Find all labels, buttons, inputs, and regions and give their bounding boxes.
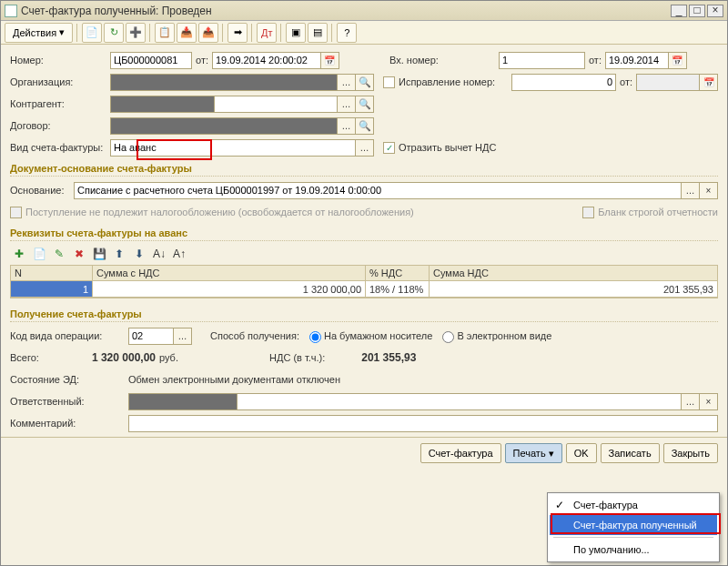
move-down-icon[interactable]: ⬇ [130,245,148,263]
incoming-from-label: от: [589,55,602,66]
tool-go-icon[interactable]: ➡ [228,23,248,43]
responsible-clear-button[interactable]: × [700,393,718,410]
total-currency: руб. [159,352,178,363]
actions-dropdown[interactable]: Действия ▾ [5,23,73,43]
cell-vat[interactable]: 201 355,93 [430,281,718,298]
delete-row-icon[interactable]: ✖ [70,245,88,263]
type-select-button[interactable]: … [356,139,374,157]
check-icon: ✓ [555,499,564,511]
correction-from-label: от: [620,76,632,87]
menu-item-invoice[interactable]: ✓ Счет-фактура [550,495,717,515]
tool-new-icon[interactable]: ➕ [126,23,146,43]
org-input[interactable] [110,74,338,91]
total-value: 1 320 000,00 [65,351,156,364]
maximize-button[interactable]: □ [689,5,705,17]
row-type: Вид счета-фактуры: … ✓ Отразить вычет НД… [10,137,718,157]
print-button[interactable]: Печать ▾ [505,443,562,463]
edit-row-icon[interactable]: ✎ [50,245,68,263]
table-row[interactable]: 1 1 320 000,00 18% / 118% 201 355,93 [11,281,718,298]
col-rate[interactable]: % НДС [366,266,430,281]
incoming-date-input[interactable] [605,52,669,69]
radio-electronic[interactable] [442,331,454,343]
contract-view-icon[interactable]: 🔍 [356,117,374,135]
date-calendar-icon[interactable]: 📅 [321,52,339,69]
col-n[interactable]: N [11,266,93,281]
type-input[interactable] [110,139,356,157]
tool-copy-icon[interactable]: 📄 [82,23,102,43]
cell-sum[interactable]: 1 320 000,00 [93,281,366,298]
menu-item-default[interactable]: По умолчанию... [550,540,717,560]
correction-number-input[interactable] [511,74,616,91]
row-responsible: Ответственный: … × [10,391,718,411]
row-ed-state: Состояние ЭД: Обмен электронными докумен… [10,369,718,389]
contract-select-button[interactable]: … [338,117,356,135]
ok-button[interactable]: OK [566,443,597,463]
opcode-select-button[interactable]: … [174,328,192,345]
incoming-date-calendar-icon[interactable]: 📅 [669,52,687,69]
counterparty-input[interactable] [110,96,215,113]
tool-post2-icon[interactable]: 📥 [177,23,197,43]
tool-struct-icon[interactable]: ▣ [286,23,306,43]
close-button[interactable]: Закрыть [663,443,718,463]
tool-clipboard-icon[interactable]: 📋 [155,23,175,43]
document-icon [5,5,17,17]
comment-input[interactable] [128,415,718,432]
main-window: Счет-фактура полученный: Проведен _ □ × … [0,0,728,566]
basis-clear-button[interactable]: × [700,182,718,199]
sort-desc-icon[interactable]: A↑ [170,245,188,263]
incoming-label: Вх. номер: [389,55,499,66]
row-org: Организация: … 🔍 Исправление номер: от: … [10,72,718,92]
date-input[interactable] [212,52,321,69]
window-title: Счет-фактура полученный: Проведен [21,5,212,17]
opcode-input[interactable] [128,328,174,345]
type-label: Вид счета-фактуры: [10,142,110,153]
from-label: от: [196,55,208,66]
vat-label: НДС (в т.ч.): [269,352,325,363]
basis-input[interactable] [74,182,682,199]
details-section-title: Реквизиты счета-фактуры на аванс [10,227,718,241]
cell-rate[interactable]: 18% / 118% [366,281,430,298]
reflect-vat-checkbox[interactable]: ✓ [383,142,395,154]
copy-row-icon[interactable]: 📄 [30,245,48,263]
counterparty-select-button[interactable]: … [338,96,356,113]
basis-select-button[interactable]: … [682,182,700,199]
row-basis: Основание: … × [10,180,718,200]
number-input[interactable] [110,52,192,69]
tool-report-icon[interactable]: ▤ [308,23,328,43]
contract-input[interactable] [110,117,338,135]
correction-checkbox[interactable] [383,76,395,88]
radio-paper-label: На бумажном носителе [324,330,432,341]
reflect-vat-label: Отразить вычет НДС [399,142,496,153]
close-window-button[interactable]: × [707,5,723,17]
save-button[interactable]: Записать [601,443,660,463]
row-opcode: Код вида операции: … Способ получения: Н… [10,326,718,346]
move-up-icon[interactable]: ⬆ [110,245,128,263]
menu-item-received-invoice[interactable]: Счет-фактура полученный [550,515,717,535]
minimize-button[interactable]: _ [671,5,687,17]
counterparty-view-icon[interactable]: 🔍 [356,96,374,113]
cell-n[interactable]: 1 [11,281,93,298]
help-icon[interactable]: ? [337,23,357,43]
col-sum[interactable]: Сумма с НДС [93,266,366,281]
row-number: Номер: от: 📅 Вх. номер: от: 📅 [10,50,718,70]
tool-post-icon[interactable]: ↻ [104,23,124,43]
responsible-input[interactable] [128,393,238,410]
tool-unpost-icon[interactable]: 📤 [198,23,218,43]
incoming-number-input[interactable] [499,52,585,69]
no-tax-checkbox [10,207,22,218]
correction-calendar-icon[interactable]: 📅 [700,74,718,91]
sort-asc-icon[interactable]: A↓ [150,245,168,263]
responsible-select-button[interactable]: … [682,393,700,410]
col-vat[interactable]: Сумма НДС [430,266,718,281]
invoice-button[interactable]: Счет-фактура [420,443,501,463]
strict-form-label: Бланк строгой отчетности [598,207,718,217]
save-row-icon[interactable]: 💾 [90,245,108,263]
add-row-icon[interactable]: ✚ [10,245,28,263]
radio-paper[interactable] [309,331,321,343]
org-label: Организация: [10,76,110,87]
basis-section-title: Документ-основание счета-фактуры [10,163,718,177]
table-toolbar: ✚ 📄 ✎ ✖ 💾 ⬆ ⬇ A↓ A↑ [10,245,718,263]
tool-dtkt-icon[interactable]: Дт [257,23,277,43]
org-select-button[interactable]: … [338,74,356,91]
org-view-icon[interactable]: 🔍 [356,74,374,91]
